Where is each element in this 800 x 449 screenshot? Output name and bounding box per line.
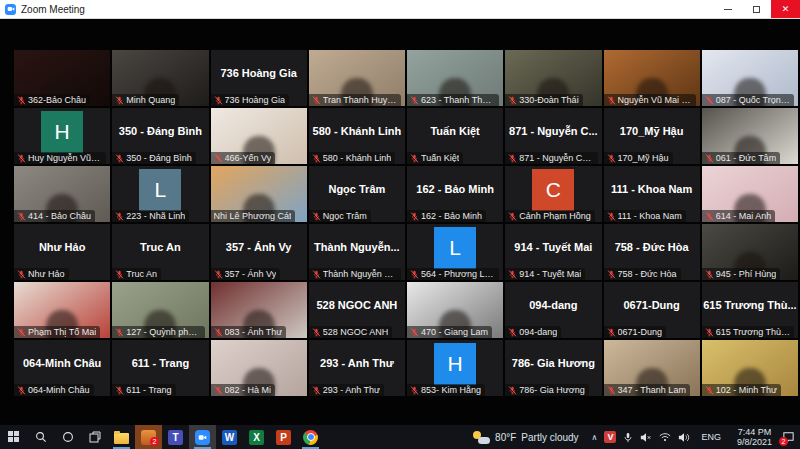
participant-tile[interactable]: 293 - Anh Thư293 - Anh Thư: [309, 340, 405, 396]
muted-mic-icon: [115, 154, 124, 163]
muted-mic-icon: [607, 270, 616, 279]
maximize-button[interactable]: [742, 0, 771, 18]
participant-tile[interactable]: H853- Kim Hằng: [407, 340, 503, 396]
participant-name-text: Tran Thanh Huyen (Ja...: [323, 95, 397, 105]
participant-tile[interactable]: 611 - Trang611 - Trang: [112, 340, 208, 396]
participant-tile[interactable]: 871 - Nguyễn C...871 - Nguyễn Cát Th...: [505, 108, 601, 164]
participant-name-label: Như Hảo: [14, 268, 69, 280]
participant-tile[interactable]: 170_Mỹ Hậu170_Mỹ Hậu: [604, 108, 700, 164]
participant-tile[interactable]: Nhi Lê Phương Cát: [211, 166, 307, 222]
speaker-muted-tray-icon[interactable]: [640, 432, 652, 443]
action-center-button[interactable]: 2: [779, 425, 797, 449]
participant-name-text: 914 - Tuyết Mai: [519, 269, 581, 279]
participant-tile[interactable]: 330-Đoàn Thái: [505, 50, 601, 106]
participant-name-text: Ngọc Trâm: [323, 211, 367, 221]
cortana-button[interactable]: [54, 425, 81, 449]
participant-tile[interactable]: 350 - Đáng Bình350 - Đáng Bình: [112, 108, 208, 164]
participant-tile[interactable]: Như HảoNhư Hảo: [14, 224, 110, 280]
participant-name-label: 357 - Ánh Vy: [211, 268, 281, 280]
participant-tile[interactable]: 945 - Phí Hùng: [702, 224, 798, 280]
taskbar-clock[interactable]: 7:44 PM 9/8/2021: [730, 427, 779, 447]
search-button[interactable]: [27, 425, 54, 449]
participant-tile[interactable]: 758 - Đức Hòa758 - Đức Hòa: [604, 224, 700, 280]
excel-button[interactable]: X: [243, 425, 270, 449]
participant-tile[interactable]: Tuấn KiệtTuấn Kiệt: [407, 108, 503, 164]
participant-tile[interactable]: 614 - Mai Anh: [702, 166, 798, 222]
participant-tile[interactable]: Thành Nguyễn...Thành Nguyễn Công: [309, 224, 405, 280]
teams-button[interactable]: T: [162, 425, 189, 449]
chat-app-button[interactable]: 2: [135, 425, 162, 449]
close-button[interactable]: ✕: [771, 0, 800, 18]
participant-tile[interactable]: Truc AnTruc An: [112, 224, 208, 280]
participant-tile[interactable]: Tran Thanh Huyen (Ja...: [309, 50, 405, 106]
tray-v-app-icon[interactable]: V: [604, 431, 616, 443]
wifi-tray-icon[interactable]: [659, 432, 671, 442]
powerpoint-button[interactable]: P: [270, 425, 297, 449]
participant-tile[interactable]: 0671-Dung0671-Dung: [604, 282, 700, 338]
participant-name-label: 127 - Quỳnh phương: [112, 326, 204, 338]
language-indicator[interactable]: ENG: [697, 432, 725, 442]
participant-tile[interactable]: 470 - Giang Lam: [407, 282, 503, 338]
zoom-taskbar-button[interactable]: [189, 425, 216, 449]
muted-mic-icon: [115, 386, 124, 395]
participant-tile[interactable]: 082 - Hà Mi: [211, 340, 307, 396]
cortana-icon: [62, 431, 74, 443]
participant-tile[interactable]: HHuy Nguyễn Vũ Hoàng: [14, 108, 110, 164]
minimize-button[interactable]: [713, 0, 742, 18]
chrome-button[interactable]: [297, 425, 324, 449]
participant-name-label: 580 - Khánh Linh: [309, 152, 396, 164]
participant-tile[interactable]: 414 - Bảo Châu: [14, 166, 110, 222]
task-view-button[interactable]: [81, 425, 108, 449]
participant-tile[interactable]: 064-Minh Châu064-Minh Châu: [14, 340, 110, 396]
chat-app-badge: 2: [150, 437, 159, 446]
participant-tile[interactable]: 162 - Bảo Minh162 - Bảo Minh: [407, 166, 503, 222]
participant-tile[interactable]: 528 NGOC ANH528 NGOC ANH: [309, 282, 405, 338]
participant-center-name: 758 - Đức Hòa: [604, 224, 700, 270]
participant-tile[interactable]: L223 - Nhã Linh: [112, 166, 208, 222]
participant-name-label: 914 - Tuyết Mai: [505, 268, 585, 280]
participant-tile[interactable]: 087 - Quốc Trọng IR: [702, 50, 798, 106]
participant-tile[interactable]: 466-Yến Vy: [211, 108, 307, 164]
participant-tile[interactable]: Minh Quang: [112, 50, 208, 106]
start-button[interactable]: [0, 425, 27, 449]
word-button[interactable]: W: [216, 425, 243, 449]
participant-tile[interactable]: 083 - Ánh Thư: [211, 282, 307, 338]
volume-tray-icon[interactable]: [678, 432, 690, 443]
muted-mic-icon: [705, 328, 714, 337]
participant-tile[interactable]: L564 - Phương Linh: [407, 224, 503, 280]
participant-name-label: 293 - Anh Thư: [309, 384, 384, 396]
participant-tile[interactable]: 914 - Tuyết Mai914 - Tuyết Mai: [505, 224, 601, 280]
participant-tile[interactable]: 736 Hoàng Gia736 Hoàng Gia: [211, 50, 307, 106]
participant-name-label: Huy Nguyễn Vũ Hoàng: [14, 152, 106, 164]
muted-mic-icon: [607, 212, 616, 221]
participant-tile[interactable]: 623 - Thanh Thanh: [407, 50, 503, 106]
participant-tile[interactable]: 362-Bảo Châu: [14, 50, 110, 106]
participant-name-text: 293 - Anh Thư: [323, 385, 380, 395]
participant-tile[interactable]: CCảnh Phạm Hồng: [505, 166, 601, 222]
participant-center-name: 736 Hoàng Gia: [211, 50, 307, 96]
participant-center-name: 350 - Đáng Bình: [112, 108, 208, 154]
participant-tile[interactable]: 111 - Khoa Nam111 - Khoa Nam: [604, 166, 700, 222]
participant-tile[interactable]: 786- Gia Hương786- Gia Hương: [505, 340, 601, 396]
participant-tile[interactable]: 061 - Đức Tâm: [702, 108, 798, 164]
minimize-icon: [724, 9, 732, 10]
participant-name-text: 082 - Hà Mi: [225, 385, 272, 395]
file-explorer-button[interactable]: [108, 425, 135, 449]
weather-widget[interactable]: 80°F Partly cloudy: [465, 425, 586, 449]
participant-tile[interactable]: Phạm Thị Tố Mai: [14, 282, 110, 338]
tray-overflow-chevron[interactable]: ∧: [592, 433, 598, 442]
participant-tile[interactable]: 615 Trương Thù...615 Trương Thùy Nữ: [702, 282, 798, 338]
participant-name-label: 111 - Khoa Nam: [604, 210, 686, 222]
participant-tile[interactable]: Ngọc TrâmNgọc Trâm: [309, 166, 405, 222]
participant-tile[interactable]: 094-dang094-dang: [505, 282, 601, 338]
participant-tile[interactable]: 127 - Quỳnh phương: [112, 282, 208, 338]
participant-tile[interactable]: 357 - Ánh Vy357 - Ánh Vy: [211, 224, 307, 280]
microphone-tray-icon[interactable]: [623, 432, 633, 443]
participant-center-name: 0671-Dung: [604, 282, 700, 328]
participant-name-text: 528 NGOC ANH: [323, 327, 389, 337]
clock-date: 9/8/2021: [737, 437, 772, 447]
participant-tile[interactable]: 580 - Khánh Linh580 - Khánh Linh: [309, 108, 405, 164]
participant-tile[interactable]: 347 - Thanh Lam: [604, 340, 700, 396]
participant-tile[interactable]: Nguyễn Vũ Mai Phươ...: [604, 50, 700, 106]
participant-tile[interactable]: 102 - Minh Thư: [702, 340, 798, 396]
